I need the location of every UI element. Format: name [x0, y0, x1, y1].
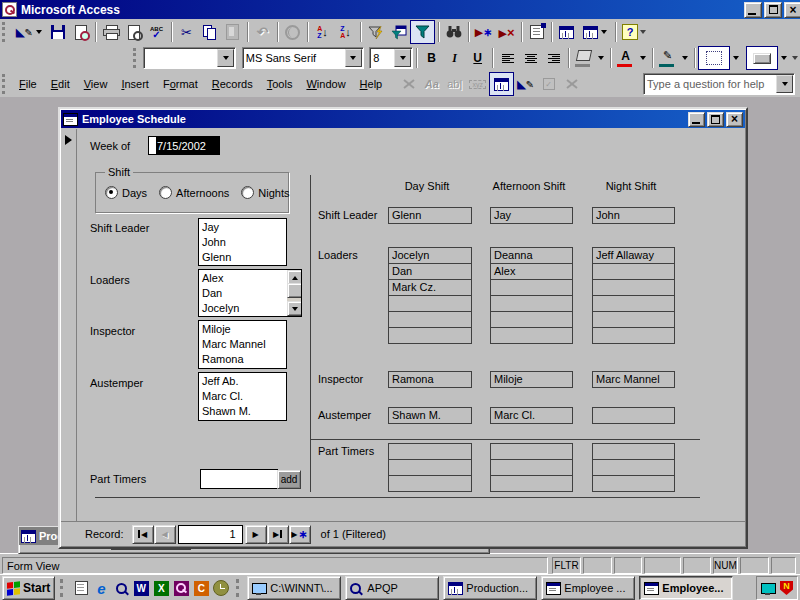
more-tools-button[interactable]: [560, 73, 583, 95]
toolbar-options-button[interactable]: [790, 47, 800, 69]
menu-bar-grip[interactable]: [2, 74, 8, 94]
grid-loaders-afternoon-2[interactable]: [490, 279, 573, 296]
style-combobox[interactable]: [143, 47, 236, 69]
add-button[interactable]: add: [277, 470, 301, 489]
shift-leader-listbox[interactable]: Jay John Glenn: [198, 218, 287, 266]
style-combo-arrow-icon[interactable]: [217, 49, 234, 67]
radio-afternoons[interactable]: [159, 186, 172, 199]
line-color-dropdown[interactable]: [679, 47, 691, 69]
grid-part-timers-day-1[interactable]: [388, 459, 472, 476]
list-item[interactable]: Shawn M.: [202, 404, 286, 419]
record-number-field[interactable]: 1: [178, 525, 243, 544]
new-record-nav-button[interactable]: ▶∗: [289, 525, 311, 544]
list-item[interactable]: Miloje: [202, 322, 286, 337]
grid-austemper-day[interactable]: Shawn M.: [388, 407, 472, 424]
radio-days-label[interactable]: Days: [122, 187, 147, 199]
menu-view[interactable]: View: [77, 75, 115, 93]
grid-shift-leader-day[interactable]: Glenn: [388, 207, 472, 224]
grid-loaders-afternoon-0[interactable]: Deanna: [490, 247, 573, 264]
internet-explorer-button[interactable]: e: [91, 577, 111, 599]
last-record-button[interactable]: ▶: [267, 525, 289, 544]
austemper-listbox[interactable]: Jeff Ab. Marc Cl. Shawn M.: [198, 372, 287, 421]
file-search-button[interactable]: [69, 21, 92, 43]
grid-loaders-night-3[interactable]: [592, 295, 675, 312]
form-close-button[interactable]: ×: [726, 112, 743, 127]
inspector-listbox[interactable]: Miloje Marc Mannel Ramona: [198, 320, 287, 369]
italic-button[interactable]: I: [443, 47, 466, 69]
list-item[interactable]: Marc Cl.: [202, 389, 286, 404]
database-window-button[interactable]: [555, 21, 578, 43]
grid-loaders-afternoon-5[interactable]: [490, 327, 573, 344]
grid-loaders-night-1[interactable]: [592, 263, 675, 280]
bold-button[interactable]: B: [420, 47, 443, 69]
grid-part-timers-afternoon-2[interactable]: [490, 475, 573, 492]
save-button[interactable]: [46, 21, 69, 43]
list-item[interactable]: Jeff Ab.: [202, 374, 286, 389]
grid-loaders-day-4[interactable]: [388, 311, 472, 328]
search-launch-button[interactable]: [111, 577, 131, 599]
grid-loaders-day-2[interactable]: Mark Cz.: [388, 279, 472, 296]
view-dropdown-icon[interactable]: [36, 30, 42, 34]
menu-edit[interactable]: Edit: [44, 75, 77, 93]
toolbar-grip[interactable]: [2, 22, 8, 42]
formatting-toolbar-grip[interactable]: [133, 48, 139, 68]
font-color-dropdown[interactable]: [637, 47, 649, 69]
form-minimize-button[interactable]: [688, 112, 705, 127]
filter-by-selection-button[interactable]: [364, 21, 387, 43]
font-combo-arrow-icon[interactable]: [345, 49, 362, 67]
form-view-toggle-button[interactable]: [489, 72, 514, 96]
spelling-button[interactable]: ABC ✓: [145, 21, 168, 43]
quicklaunch-grip[interactable]: [60, 579, 66, 597]
grid-loaders-afternoon-1[interactable]: Alex: [490, 263, 573, 280]
menu-help[interactable]: Help: [353, 75, 390, 93]
grid-loaders-night-5[interactable]: [592, 327, 675, 344]
grid-austemper-afternoon[interactable]: Marc Cl.: [490, 407, 573, 424]
task-employee-2-button-active[interactable]: Employee...: [639, 576, 733, 600]
print-preview-button[interactable]: [122, 21, 145, 43]
undo-button[interactable]: ↶: [251, 21, 274, 43]
underline-button[interactable]: U: [466, 47, 489, 69]
question-combo-arrow-icon[interactable]: [776, 75, 793, 93]
clock-launch-button[interactable]: [211, 577, 231, 599]
grid-loaders-day-5[interactable]: [388, 327, 472, 344]
grid-part-timers-night-2[interactable]: [592, 475, 675, 492]
grid-loaders-night-2[interactable]: [592, 279, 675, 296]
align-left-button[interactable]: [496, 47, 519, 69]
fill-color-button[interactable]: [572, 47, 595, 69]
radio-afternoons-label[interactable]: Afternoons: [176, 187, 229, 199]
app-minimize-button[interactable]: [744, 2, 762, 18]
apply-filter-button[interactable]: [410, 20, 435, 44]
cut-button[interactable]: ✂: [175, 21, 198, 43]
task-production-button[interactable]: Production...: [443, 576, 537, 600]
font-name-combobox[interactable]: MS Sans Serif: [242, 47, 364, 69]
menu-window[interactable]: Window: [299, 75, 352, 93]
tasks-grip[interactable]: [236, 579, 242, 597]
scroll-down-icon[interactable]: [287, 301, 302, 316]
loaders-scrollbar[interactable]: [287, 270, 301, 316]
sort-descending-button[interactable]: ZA ↓: [334, 21, 357, 43]
record-selector-bar[interactable]: [61, 129, 77, 521]
list-item[interactable]: Ramona: [202, 352, 286, 367]
task-apqp-button[interactable]: APQP: [345, 576, 439, 600]
fill-color-dropdown[interactable]: [595, 47, 607, 69]
grid-part-timers-day-2[interactable]: [388, 475, 472, 492]
copy-button[interactable]: [198, 21, 221, 43]
design-view-button[interactable]: ◣✎: [514, 73, 537, 95]
size-combo-arrow-icon[interactable]: [394, 49, 411, 67]
properties-button[interactable]: [525, 21, 548, 43]
list-item[interactable]: Marc Mannel: [202, 337, 286, 352]
grid-shift-leader-night[interactable]: John: [592, 207, 675, 224]
list-item[interactable]: Jocelyn: [202, 301, 286, 316]
tray-antivirus-shield-icon[interactable]: N: [780, 581, 793, 595]
grid-part-timers-afternoon-0[interactable]: [490, 443, 573, 460]
grid-part-timers-afternoon-1[interactable]: [490, 459, 573, 476]
list-item[interactable]: Glenn: [202, 250, 286, 265]
help-button[interactable]: ?: [619, 21, 649, 43]
grid-part-timers-night-1[interactable]: [592, 459, 675, 476]
previous-record-button[interactable]: ◀: [154, 525, 176, 544]
access-launch-button[interactable]: [171, 577, 191, 599]
font-size-combobox[interactable]: 8: [369, 47, 413, 69]
menu-tools[interactable]: Tools: [260, 75, 300, 93]
grid-loaders-day-1[interactable]: Dan: [388, 263, 472, 280]
grid-part-timers-night-0[interactable]: [592, 443, 675, 460]
